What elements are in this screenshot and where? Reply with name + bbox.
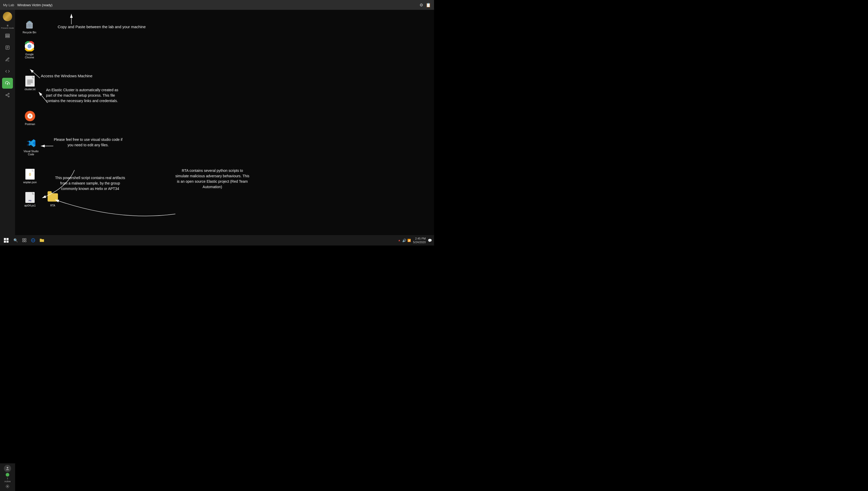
svg-line-29 [39, 92, 48, 103]
avatar [3, 12, 12, 21]
txt-lines [27, 80, 33, 84]
taskbar-sys-icons: 🔺 🔊 📶 [398, 238, 411, 242]
apt34-ps1-label: apt34.ps1 [24, 204, 36, 207]
elastic-cluster-annotation: An Elastic Cluster is automatically crea… [46, 87, 118, 104]
svg-rect-35 [23, 238, 24, 240]
cluster-txt-label: cluster.txt [25, 88, 35, 91]
app-sidebar: 🖥 Present mode [0, 10, 15, 235]
top-bar: My Lab Windows Victim (ready) ⚙ 📋 [0, 0, 434, 10]
taskbar-network-icon: 📶 [407, 239, 411, 242]
main-layout: 🖥 Present mode [0, 10, 434, 235]
sidebar-item-present-mode[interactable]: 🖥 Present mode [1, 24, 14, 29]
svg-rect-1 [6, 35, 9, 36]
svg-rect-38 [25, 240, 26, 242]
taskbar-clock: 2:45 PM 5/24/2020 [413, 237, 426, 244]
desktop-icon-google-chrome[interactable]: Google Chrome [20, 39, 39, 60]
svg-point-8 [8, 93, 9, 94]
chrome-image [24, 40, 35, 52]
ps1-file-icon: PS [25, 192, 35, 203]
vscode-text: Please feel free to use visual studio co… [54, 138, 123, 147]
taskbar-speaker-icon: 🔊 [402, 238, 406, 242]
taskbar-date-display: 5/24/2020 [413, 240, 426, 244]
elastic-cluster-text: An Elastic Cluster is automatically crea… [46, 88, 118, 103]
sidebar-item-layers[interactable] [2, 30, 13, 41]
ps1-badge: PS [29, 200, 31, 202]
svg-rect-33 [4, 240, 6, 243]
sidebar-item-notes[interactable] [2, 42, 13, 53]
vscode-annotation: Please feel free to use visual studio co… [54, 137, 123, 148]
desktop-icon-apt34-ps1[interactable]: PS apt34.ps1 [21, 191, 39, 208]
file-line-2 [27, 81, 33, 82]
settings-icon[interactable]: ⚙ [419, 3, 423, 7]
taskbar-tray-icon-1: 🔺 [398, 239, 401, 242]
rta-annotation: RTA contains several python scripts tosi… [175, 168, 249, 190]
svg-rect-37 [23, 240, 24, 242]
json-image: {} [24, 169, 36, 180]
ps1-image: PS [24, 192, 36, 203]
sidebar-item-upload[interactable] [2, 78, 13, 89]
svg-point-24 [29, 46, 30, 47]
present-mode-icon: 🖥 [6, 24, 9, 27]
svg-rect-31 [4, 238, 6, 240]
svg-line-18 [31, 24, 31, 27]
sidebar-item-share[interactable] [2, 90, 13, 100]
desktop-icon-postman[interactable]: Postman [21, 109, 39, 127]
svg-rect-2 [6, 37, 9, 38]
my-lab-label: My Lab [3, 3, 14, 7]
rta-image [47, 192, 58, 203]
arrows-overlay [15, 10, 434, 235]
file-line-4 [27, 84, 31, 84]
copy-paste-annotation: Copy and Paste between the lab and your … [58, 24, 145, 30]
rta-text: RTA contains several python scripts tosi… [175, 169, 249, 189]
rta-label: RTA [50, 204, 55, 207]
taskbar: 🔍 🔺 🔊 📶 2:45 PM 5/24/2020 💬 [0, 235, 434, 246]
desktop: Recycle Bin [15, 10, 434, 235]
rta-folder-icon [48, 193, 58, 202]
vscode-image [25, 138, 37, 149]
start-button[interactable] [2, 236, 10, 244]
taskbar-search-icon[interactable]: 🔍 [12, 237, 19, 244]
access-windows-text: Access the Windows Machine [41, 74, 92, 78]
svg-rect-32 [6, 238, 8, 240]
taskbar-right: 🔺 🔊 📶 2:45 PM 5/24/2020 💬 [398, 237, 432, 244]
desktop-icon-vscode[interactable]: Visual StudioCode [21, 137, 42, 157]
svg-rect-36 [25, 238, 26, 240]
vscode-icon [26, 138, 36, 148]
postman-label: Postman [25, 123, 35, 126]
recycle-bin-label: Recycle Bin [23, 31, 36, 34]
desktop-icon-rta[interactable]: RTA [44, 191, 62, 208]
desktop-icon-wsplan-json[interactable]: {} wsplan.json [21, 168, 39, 185]
top-bar-icons: ⚙ 📋 [419, 3, 431, 7]
sidebar-item-code[interactable] [2, 66, 13, 77]
taskbar-task-view-icon[interactable] [21, 237, 28, 244]
desktop-icon-recycle-bin[interactable]: Recycle Bin [20, 18, 39, 35]
wsplan-json-label: wsplan.json [23, 181, 37, 184]
desktop-icon-cluster-txt[interactable]: cluster.txt [21, 75, 39, 92]
clipboard-icon[interactable]: 📋 [426, 3, 431, 7]
cluster-txt-image [24, 76, 36, 87]
vscode-label: Visual StudioCode [24, 150, 38, 156]
file-line-3 [27, 82, 33, 83]
txt-file-icon [25, 76, 35, 87]
taskbar-notification-icon[interactable]: 💬 [428, 238, 432, 242]
vm-title: Windows Victim (ready) [17, 3, 53, 7]
json-file-icon: {} [25, 169, 35, 180]
taskbar-explorer-icon[interactable] [38, 237, 46, 244]
powershell-annotation: This powershell script contains real art… [55, 175, 125, 192]
access-windows-annotation: Access the Windows Machine [41, 73, 92, 79]
file-line-1 [27, 80, 33, 80]
taskbar-ie-icon[interactable] [29, 237, 37, 244]
copy-paste-text: Copy and Paste between the lab and your … [58, 25, 145, 29]
svg-line-12 [7, 94, 8, 95]
avatar-face [3, 12, 12, 21]
taskbar-time-display: 2:45 PM [413, 237, 426, 240]
postman-icon [25, 111, 35, 121]
svg-rect-15 [28, 21, 30, 22]
sidebar-item-pencil[interactable] [2, 54, 13, 65]
recycle-bin-image [24, 19, 35, 30]
svg-line-16 [28, 24, 28, 27]
powershell-text: This powershell script contains real art… [55, 176, 125, 191]
postman-image [24, 110, 36, 122]
svg-rect-0 [6, 34, 9, 35]
svg-point-9 [6, 94, 7, 96]
